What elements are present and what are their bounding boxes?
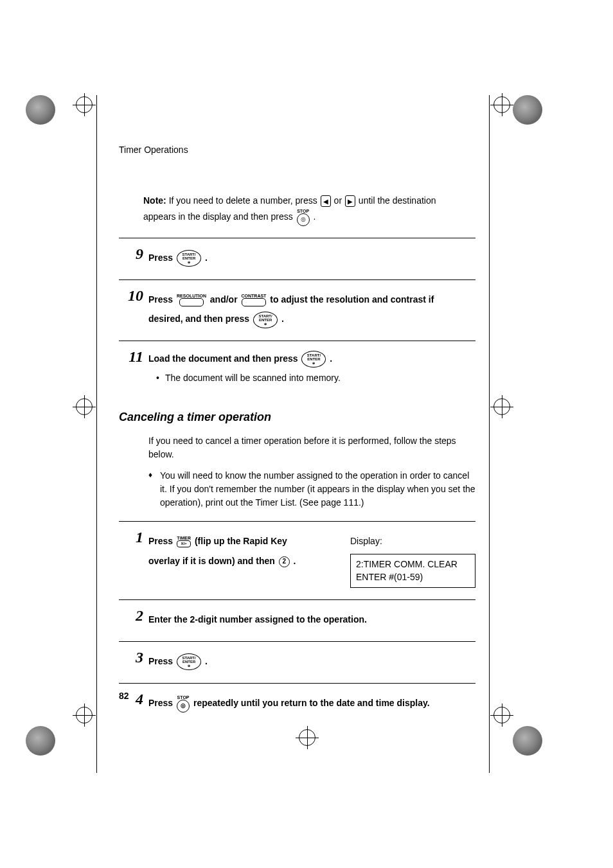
- step-text: overlay if it is down) and then: [148, 556, 278, 566]
- crop-vline-right: [489, 95, 490, 773]
- section-heading: Canceling a timer operation: [119, 411, 475, 424]
- binding-phantom: [26, 726, 55, 756]
- start-enter-button-icon: START/ENTER⊕: [301, 351, 326, 368]
- display-readout: 2:TIMER COMM. CLEAR ENTER #(01-59): [350, 554, 475, 588]
- divider: [119, 641, 475, 642]
- step-text: Press: [148, 252, 175, 263]
- section-intro: If you need to cancel a timer operation …: [148, 434, 475, 461]
- timer-button-icon: TIMER X/>: [177, 536, 191, 547]
- right-arrow-icon: ▶: [345, 195, 355, 207]
- divider: [119, 279, 475, 280]
- registration-mark: [493, 96, 510, 113]
- cancel-step-3: 3 Press START/ENTER⊕ .: [119, 650, 475, 671]
- start-enter-button-icon: START/ENTER⊕: [177, 250, 201, 267]
- step-text: .: [294, 556, 296, 566]
- note-text: .: [314, 211, 316, 222]
- note-text: until the destination: [356, 195, 436, 206]
- page-content: Timer Operations Note: If you need to de…: [119, 145, 475, 717]
- step-text: .: [205, 656, 208, 666]
- step-number: 10: [119, 288, 148, 303]
- keypad-2-icon: 2: [279, 556, 290, 567]
- step-9: 9 Press START/ENTER⊕ .: [119, 246, 475, 268]
- registration-mark: [299, 729, 315, 746]
- note-text: If you need to delete a number, press: [166, 195, 320, 206]
- display-label: Display:: [350, 531, 475, 551]
- page-number: 82: [119, 691, 129, 701]
- step-text: Press: [148, 656, 175, 666]
- registration-mark: [76, 96, 93, 113]
- step-text: Press: [148, 294, 175, 305]
- binding-phantom: [26, 95, 55, 125]
- running-head: Timer Operations: [119, 145, 475, 155]
- divider: [119, 341, 475, 341]
- step-text: repeatedly until you return to the date …: [193, 698, 430, 708]
- step-number: 2: [119, 608, 148, 623]
- step-text: desired, and then press: [148, 314, 252, 324]
- divider: [119, 521, 475, 522]
- note-or: or: [332, 195, 344, 206]
- binding-phantom: [513, 95, 542, 125]
- divider: [119, 683, 475, 684]
- display-line: 2:TIMER COMM. CLEAR: [356, 558, 470, 571]
- registration-mark: [76, 398, 93, 415]
- registration-mark: [493, 707, 510, 723]
- note-text: appears in the display and then press: [143, 211, 296, 222]
- divider: [119, 238, 475, 238]
- cancel-step-2: 2 Enter the 2-digit number assigned to t…: [119, 608, 475, 630]
- contrast-button-icon: CONTRAST: [242, 294, 267, 306]
- step-text: (flip up the Rapid Key: [195, 536, 287, 546]
- step-text: Press: [148, 536, 175, 546]
- stop-button-icon: STOP ◎: [177, 695, 190, 713]
- step-text: .: [330, 353, 332, 364]
- step-text: and/or: [210, 294, 240, 305]
- step-text: .: [281, 314, 284, 324]
- divider: [119, 599, 475, 600]
- step-bullet: The document will be scanned into memory…: [156, 371, 475, 385]
- step-number: 11: [119, 349, 148, 364]
- step-number: 1: [119, 529, 148, 545]
- section-note: You will need to know the number assigne…: [148, 469, 475, 509]
- crop-vline-left: [96, 95, 97, 773]
- left-arrow-icon: ◀: [321, 195, 331, 207]
- registration-mark: [76, 707, 93, 723]
- step-text: Press: [148, 698, 175, 708]
- step-text: .: [205, 252, 208, 263]
- resolution-button-icon: RESOLUTION: [177, 294, 206, 306]
- note-label: Note:: [143, 195, 166, 206]
- step-11: 11 Load the document and then press STAR…: [119, 349, 475, 385]
- binding-phantom: [513, 726, 542, 756]
- step-number: 9: [119, 246, 148, 261]
- display-line: ENTER #(01-59): [356, 571, 470, 584]
- stop-button-icon: STOP ◎: [297, 209, 310, 226]
- step-10: 10 Press RESOLUTION and/or CONTRAST to a…: [119, 288, 475, 330]
- step-text: Enter the 2-digit number assigned to the…: [148, 614, 367, 624]
- registration-mark: [493, 398, 510, 415]
- step-number: 3: [119, 650, 148, 665]
- start-enter-button-icon: START/ENTER⊕: [177, 653, 201, 670]
- step-text: to adjust the resolution and contrast if: [270, 294, 434, 305]
- cancel-step-4: 4 Press STOP ◎ repeatedly until you retu…: [119, 691, 475, 713]
- step-text: Load the document and then press: [148, 353, 300, 364]
- start-enter-button-icon: START/ENTER⊕: [253, 312, 278, 328]
- cancel-step-1: 1 Press TIMER X/> (flip up the Rapid Key…: [119, 529, 475, 588]
- note-block: Note: If you need to delete a number, pr…: [143, 193, 475, 226]
